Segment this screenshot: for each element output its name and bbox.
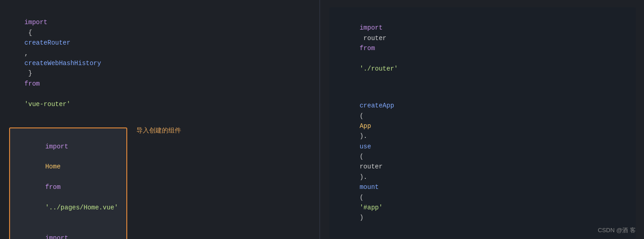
import-annotation: 导入创建的组件: [136, 124, 181, 135]
func-createWebHashHistory: createWebHashHistory: [25, 60, 101, 67]
brace-close: }: [25, 70, 36, 77]
left-panel: import { createRouter , createWebHashHis…: [0, 0, 319, 239]
top-import-line: import { createRouter , createWebHashHis…: [9, 7, 310, 119]
right-import-line: import router from './router': [337, 13, 628, 84]
right-panel: import router from './router' createApp …: [320, 0, 644, 239]
comma: ,: [25, 50, 32, 57]
string-vue-router: 'vue-router': [25, 101, 71, 108]
keyword-from: from: [25, 80, 40, 87]
right-import-block: import router from './router' createApp …: [329, 7, 636, 239]
space: [25, 90, 28, 97]
keyword-import: import: [25, 19, 47, 26]
watermark: CSDN @酒 客: [598, 226, 636, 234]
import-box: import Home from '../pages/Home.vue' imp…: [9, 127, 127, 239]
import-home-line: import Home from '../pages/Home.vue': [15, 131, 122, 223]
func-createRouter: createRouter: [25, 39, 71, 46]
brace-open: {: [25, 29, 36, 36]
import-about-line: import About from '../pages/About.vue': [15, 223, 122, 239]
right-createapp-line: createApp ( App ). use ( router ). mount…: [337, 91, 628, 233]
import-section: import Home from '../pages/Home.vue' imp…: [9, 124, 310, 239]
